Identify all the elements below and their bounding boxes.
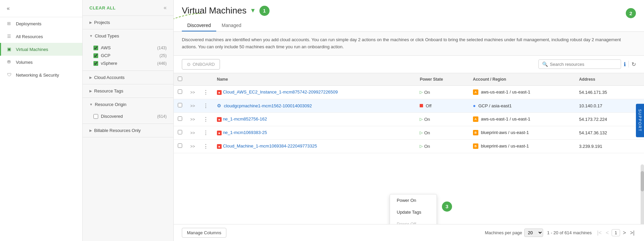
vm-name-link[interactable]: ne_1-mcm852756-162 [223, 116, 267, 122]
power-on-arrow-icon: ▷ [420, 144, 423, 149]
context-menu-item-update-tags[interactable]: Update Tags [390, 206, 437, 218]
power-state-text: On [424, 90, 430, 95]
refresh-icon[interactable]: ↻ [632, 61, 636, 68]
sidebar-collapse-button[interactable]: « [5, 4, 11, 13]
sidebar-item-all-resources[interactable]: ☰ All Resources [0, 30, 82, 43]
sidebar-item-label: Networking & Security [16, 73, 59, 78]
row-account-cell: B blueprint-aws / us-east-1 [469, 139, 575, 153]
filter-checkbox-vsphere[interactable] [93, 61, 98, 66]
row-expand-arrow[interactable]: >> [190, 90, 195, 95]
filter-section-billable-header[interactable]: ▶ Billable Resources Only [83, 124, 173, 137]
power-state-on: ▷ On [420, 144, 465, 149]
filter-section-resource-tags-header[interactable]: ▶ Resource Tags [83, 84, 173, 98]
header-name-label: Name [217, 77, 228, 82]
filter-section-projects-label: Projects [94, 20, 110, 25]
prev-page-button[interactable]: < [605, 229, 610, 237]
context-menu-item-power-off[interactable]: Power Off [390, 218, 437, 224]
filter-panel: CLEAR ALL « ▶ Projects ▼ Cloud Types AWS… [83, 0, 174, 241]
vm-name-link[interactable]: cloudgcpmachine1-mcm1562-100014003092 [224, 103, 312, 108]
row-expand-arrow[interactable]: >> [190, 104, 195, 108]
blueprint-account-icon: B [473, 143, 478, 149]
step-badge-1: 1 [259, 6, 270, 16]
row-checkbox[interactable] [178, 103, 182, 107]
row-checkbox[interactable] [178, 130, 182, 134]
vm-name-link[interactable]: Cloud_AWS_EC2_Instance_1-mcm875742-20992… [223, 89, 338, 95]
row-expand-arrow[interactable]: >> [190, 117, 195, 122]
power-state-text: Off [426, 103, 431, 108]
scrollbar[interactable] [641, 164, 644, 224]
search-icon: 🔍 [542, 61, 548, 67]
list-icon: ☰ [7, 34, 12, 39]
search-input[interactable] [550, 62, 617, 67]
filter-item-vsphere-label[interactable]: vSphere [93, 61, 117, 66]
header-account-col: Account / Region [469, 73, 575, 86]
filter-section-cloud-types-header[interactable]: ▼ Cloud Types [83, 29, 173, 43]
sidebar-item-networking-security[interactable]: 🛡 Networking & Security [0, 69, 82, 81]
row-checkbox-cell [174, 112, 186, 126]
sidebar-item-label: Deployments [16, 21, 41, 26]
step-badge-3: 3 [442, 202, 452, 212]
vm-name-link[interactable]: Cloud_Machine_1-mcm1069384-222049773325 [223, 143, 317, 149]
clear-all-button[interactable]: CLEAR ALL [89, 5, 116, 10]
filter-collapse-icon[interactable]: « [164, 5, 167, 11]
filter-section-cloud-accounts-header[interactable]: ▶ Cloud Accounts [83, 71, 173, 84]
manage-columns-button[interactable]: Manage Columns [182, 228, 226, 238]
sidebar: « ⊞ Deployments ☰ All Resources ▣ Virtua… [0, 0, 83, 241]
last-page-button[interactable]: >| [629, 229, 636, 237]
filter-checkbox-gcp[interactable] [93, 53, 98, 58]
row-expand-arrow[interactable]: >> [190, 131, 195, 135]
row-account-cell: A aws-us-east-1 / us-east-1 [469, 85, 575, 99]
row-actions-dots[interactable]: ⋮ [203, 103, 209, 109]
first-page-button[interactable]: |< [596, 229, 603, 237]
sidebar-item-volumes[interactable]: ⛃ Volumes [0, 56, 82, 69]
row-actions-dots[interactable]: ⋮ [203, 130, 209, 136]
vm-table: Name Power State Account / Region Addres… [174, 73, 644, 153]
row-actions-dots[interactable]: ⋮ [203, 116, 209, 122]
onboard-label: ONBOARD [193, 62, 215, 67]
row-actions-dots[interactable]: ⋮ [203, 89, 209, 95]
info-icon[interactable]: ℹ [624, 61, 626, 68]
row-actions-dots[interactable]: ⋮ [203, 143, 209, 149]
tab-bar: Discovered Managed [182, 20, 636, 31]
sidebar-item-deployments[interactable]: ⊞ Deployments [0, 17, 82, 30]
next-page-button[interactable]: > [621, 229, 627, 237]
header-power-label: Power State [420, 77, 443, 82]
row-expand-arrow[interactable]: >> [190, 144, 195, 149]
row-checkbox[interactable] [178, 116, 182, 121]
table-row: >> ⋮ ⚙ cloudgcpmachine1-mcm1562-10001400… [174, 99, 644, 112]
filter-section-billable: ▶ Billable Resources Only [83, 124, 173, 137]
description-text: Discovered machines are identified when … [182, 37, 621, 49]
tab-discovered[interactable]: Discovered [182, 20, 216, 31]
step-badge-3-container: 3 [442, 202, 452, 212]
filter-checkbox-aws[interactable] [93, 46, 98, 50]
scroll-thumb[interactable] [641, 171, 644, 191]
vm-name-link[interactable]: ne_1-mcm1069383-25 [223, 130, 267, 135]
filter-item-vsphere-count: (446) [157, 61, 167, 66]
filter-item-aws-label[interactable]: AWS [93, 45, 111, 50]
table-row: >> ⋮ ■ Cloud_AWS_EC2_Instance_1-mcm87574… [174, 85, 644, 99]
power-on-arrow-icon: ▷ [420, 117, 423, 122]
blueprint-account-icon: B [473, 130, 478, 135]
per-page-select[interactable]: 20 50 100 [524, 229, 543, 237]
row-checkbox[interactable] [178, 143, 182, 148]
filter-item-gcp-label[interactable]: GCP [93, 53, 110, 58]
filter-item-discovered-label[interactable]: Discovered [93, 114, 123, 119]
filter-item-gcp-count: (25) [160, 53, 167, 58]
select-all-checkbox[interactable] [178, 77, 182, 81]
filter-section-projects-header[interactable]: ▶ Projects [83, 16, 173, 29]
chevron-down-icon: ▼ [89, 103, 93, 106]
filter-funnel-icon[interactable]: ▼ [250, 7, 256, 14]
support-tab[interactable]: SUPPORT [636, 104, 644, 137]
onboard-button[interactable]: ⊙ ONBOARD [182, 59, 220, 70]
power-off-square-icon [420, 104, 423, 107]
filter-section-resource-origin-header[interactable]: ▼ Resource Origin [83, 98, 173, 111]
account-text: blueprint-aws / us-east-1 [481, 143, 529, 149]
sidebar-item-virtual-machines[interactable]: ▣ Virtual Machines [0, 43, 82, 56]
power-state-on: ▷ On [420, 90, 465, 95]
tab-managed[interactable]: Managed [216, 20, 247, 31]
context-menu-item-power-on[interactable]: Power On [390, 194, 437, 206]
table-row: >> ⋮ ■ ne_1-mcm1069383-25 ▷ On [174, 126, 644, 139]
filter-item-gcp: GCP (25) [93, 52, 167, 59]
filter-checkbox-discovered[interactable] [93, 114, 98, 119]
row-checkbox[interactable] [178, 89, 182, 94]
